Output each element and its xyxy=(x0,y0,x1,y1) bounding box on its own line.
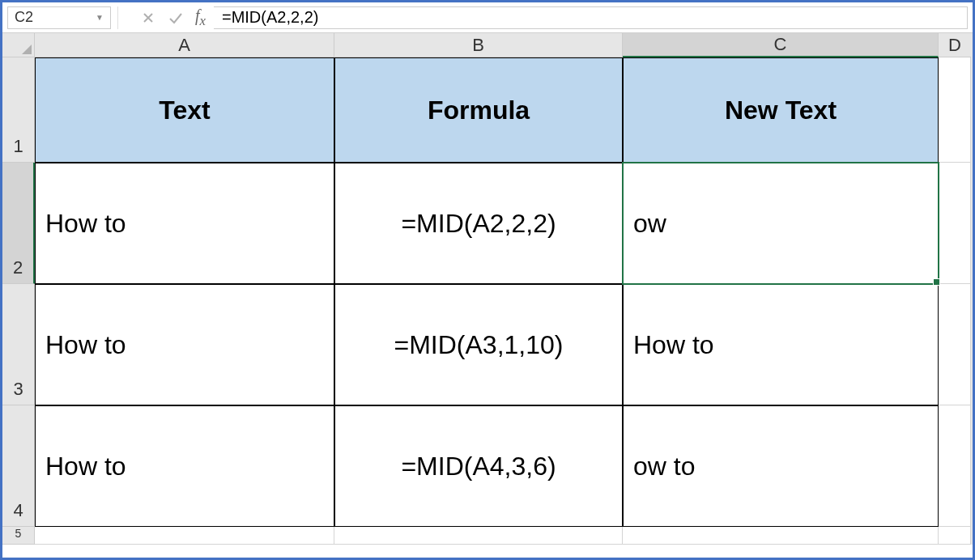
name-box-value: C2 xyxy=(15,9,33,26)
select-all-corner[interactable] xyxy=(2,33,35,57)
row-header-5[interactable]: 5 xyxy=(2,527,35,545)
cell-c2[interactable]: ow xyxy=(623,163,939,284)
cell-c5[interactable] xyxy=(623,527,939,545)
row-header-4[interactable]: 4 xyxy=(2,405,35,527)
cell-a2[interactable]: How to xyxy=(35,163,334,284)
row-header-2[interactable]: 2 xyxy=(2,163,35,284)
column-header-a[interactable]: A xyxy=(35,33,334,57)
cell-c4[interactable]: ow to xyxy=(623,405,939,527)
spreadsheet-grid: A B C D 1 Text Formula New Text 2 How to… xyxy=(2,33,973,545)
cell-b1[interactable]: Formula xyxy=(334,57,623,163)
row-1: 1 Text Formula New Text xyxy=(2,57,973,163)
cell-c3[interactable]: How to xyxy=(623,284,939,405)
cell-d4[interactable] xyxy=(939,405,971,527)
column-header-row: A B C D xyxy=(2,33,973,57)
cell-d5[interactable] xyxy=(939,527,971,545)
cell-a1[interactable]: Text xyxy=(35,57,334,163)
row-2: 2 How to =MID(A2,2,2) ow xyxy=(2,163,973,284)
row-3: 3 How to =MID(A3,1,10) How to xyxy=(2,284,973,405)
cell-a3[interactable]: How to xyxy=(35,284,334,405)
formula-input-value: =MID(A2,2,2) xyxy=(222,8,318,27)
cell-b3[interactable]: =MID(A3,1,10) xyxy=(334,284,623,405)
cell-d1[interactable] xyxy=(939,57,971,163)
cell-d2[interactable] xyxy=(939,163,971,284)
cell-a5[interactable] xyxy=(35,527,334,545)
formula-input[interactable]: =MID(A2,2,2) xyxy=(214,6,968,29)
cell-b2[interactable]: =MID(A2,2,2) xyxy=(334,163,623,284)
row-header-3[interactable]: 3 xyxy=(2,284,35,405)
cell-a4[interactable]: How to xyxy=(35,405,334,527)
cell-d3[interactable] xyxy=(939,284,971,405)
name-box-dropdown-icon[interactable]: ▼ xyxy=(96,13,104,22)
formula-bar: C2 ▼ fx =MID(A2,2,2) xyxy=(2,2,973,33)
row-4: 4 How to =MID(A4,3,6) ow to xyxy=(2,405,973,527)
separator xyxy=(117,6,132,29)
row-header-1[interactable]: 1 xyxy=(2,57,35,163)
column-header-b[interactable]: B xyxy=(334,33,623,57)
name-box[interactable]: C2 ▼ xyxy=(7,6,111,29)
formula-tools: fx xyxy=(132,6,214,29)
row-5: 5 xyxy=(2,527,973,545)
column-header-c[interactable]: C xyxy=(623,33,939,57)
cell-b5[interactable] xyxy=(334,527,623,545)
column-header-d[interactable]: D xyxy=(939,33,971,57)
enter-icon[interactable] xyxy=(168,10,184,26)
cell-b4[interactable]: =MID(A4,3,6) xyxy=(334,405,623,527)
cell-c1[interactable]: New Text xyxy=(623,57,939,163)
cancel-icon[interactable] xyxy=(140,10,156,26)
fx-icon[interactable]: fx xyxy=(195,6,206,29)
